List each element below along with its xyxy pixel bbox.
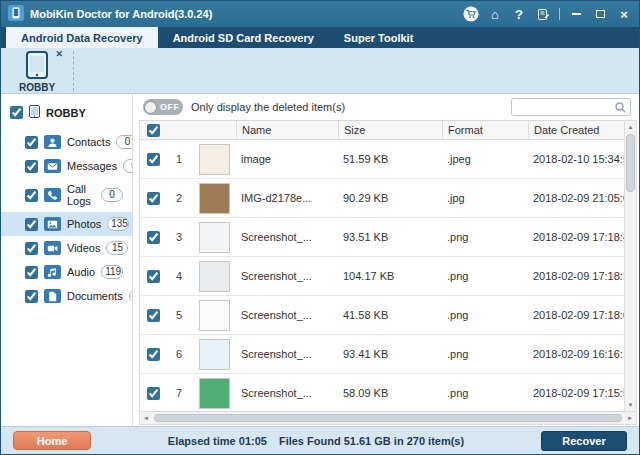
row-index: 6 [166,348,192,360]
table-row[interactable]: 7 Screenshot_... 58.09 KB .png 2018-02-0… [140,374,624,411]
file-name: image [236,153,338,165]
content-area: OFF Only display the deleted item(s) [133,94,639,426]
messages-checkbox[interactable] [25,160,38,173]
register-icon[interactable] [535,6,551,22]
sidebar-item-messages[interactable]: Messages 0 [1,154,132,178]
videos-checkbox[interactable] [25,242,38,255]
sidebar-item-contacts[interactable]: Contacts 0 [1,130,132,154]
photos-checkbox[interactable] [25,218,38,231]
status-text: Elapsed time 01:05 Files Found 51.61 GB … [91,435,541,447]
sidebar-device-name: ROBBY [46,107,86,119]
row-checkbox[interactable] [147,387,160,400]
tab-android-data-recovery[interactable]: Android Data Recovery [6,27,158,48]
count-badge: 0 [123,159,133,173]
scroll-right-icon[interactable]: ► [624,412,636,424]
search-input[interactable] [511,98,631,116]
file-size: 51.59 KB [338,153,442,165]
file-format: .png [442,387,528,399]
row-checkbox[interactable] [147,231,160,244]
row-index: 1 [166,153,192,165]
column-header-format[interactable]: Format [442,121,528,139]
sidebar-item-audio[interactable]: Audio 119 [1,260,132,284]
file-name: IMG-d2178e... [236,192,338,204]
file-format: .jpeg [442,153,528,165]
column-header-name[interactable]: Name [236,121,338,139]
audio-icon [44,265,61,279]
table-row[interactable]: 6 Screenshot_... 93.41 KB .png 2018-02-0… [140,335,624,374]
file-size: 93.41 KB [338,348,442,360]
scroll-left-icon[interactable]: ◄ [140,412,152,424]
file-format: .png [442,270,528,282]
photo-thumbnail [199,183,230,214]
recover-button[interactable]: Recover [541,431,627,451]
column-header-size[interactable]: Size [338,121,442,139]
horizontal-scroll-thumb[interactable] [154,414,622,422]
minimize-button[interactable] [568,6,584,22]
horizontal-scrollbar[interactable]: ◄ ► [139,412,637,425]
file-size: 104.17 KB [338,270,442,282]
photo-thumbnail [199,261,230,292]
select-all-checkbox[interactable] [147,124,160,137]
table-row[interactable]: 1 image 51.59 KB .jpeg 2018-02-10 15:34:… [140,140,624,179]
table-body: 1 image 51.59 KB .jpeg 2018-02-10 15:34:… [140,140,624,411]
home-button[interactable]: Home [13,431,91,450]
row-checkbox[interactable] [147,153,160,166]
row-checkbox[interactable] [147,309,160,322]
photo-thumbnail [199,144,230,175]
messages-icon [44,159,61,173]
sidebar-item-call-logs[interactable]: Call Logs 0 [1,178,132,212]
row-index: 2 [166,192,192,204]
file-size: 58.09 KB [338,387,442,399]
files-found: Files Found 51.61 GB in 270 item(s) [279,435,464,447]
home-icon[interactable]: ⌂ [487,6,503,22]
file-size: 41.58 KB [338,309,442,321]
file-name: Screenshot_... [236,231,338,243]
scroll-up-icon[interactable]: ▲ [625,121,636,133]
search-icon[interactable] [614,101,627,116]
contacts-checkbox[interactable] [25,136,38,149]
count-badge: 119 [101,265,123,279]
row-checkbox[interactable] [147,348,160,361]
row-checkbox[interactable] [147,270,160,283]
device-checkbox[interactable] [10,106,23,119]
help-icon[interactable]: ? [511,6,527,22]
count-badge: 0 [101,188,123,202]
device-close-icon[interactable]: ✕ [55,50,63,59]
vertical-scrollbar[interactable]: ▲ ▼ [624,120,637,412]
column-header-date[interactable]: Date Created [528,121,624,139]
sidebar-item-label: Call Logs [67,183,95,207]
device-card[interactable]: ✕ ROBBY [11,51,63,91]
vertical-scroll-thumb[interactable] [626,134,635,192]
row-checkbox[interactable] [147,192,160,205]
scroll-down-icon[interactable]: ▼ [625,399,636,411]
sidebar-item-photos[interactable]: Photos 135 [1,212,132,236]
row-index: 7 [166,387,192,399]
cart-icon[interactable] [463,6,479,22]
toggle-knob [144,101,157,114]
deleted-only-toggle[interactable]: OFF [143,99,183,115]
footer-bar: Home Elapsed time 01:05 Files Found 51.6… [1,426,639,454]
photo-thumbnail [199,222,230,253]
file-name: Screenshot_... [236,348,338,360]
table-row[interactable]: 5 Screenshot_... 41.58 KB .png 2018-02-0… [140,296,624,335]
elapsed-time: Elapsed time 01:05 [168,435,267,447]
documents-checkbox[interactable] [25,290,38,303]
file-date: 2018-02-09 17:15:57 [528,387,624,399]
documents-icon [44,289,61,303]
call-logs-checkbox[interactable] [25,189,38,202]
table-row[interactable]: 2 IMG-d2178e... 90.29 KB .jpg 2018-02-09… [140,179,624,218]
sidebar-item-videos[interactable]: Videos 15 [1,236,132,260]
file-date: 2018-02-09 21:05:09 [528,192,624,204]
sidebar-item-documents[interactable]: Documents 1 [1,284,132,308]
table-row[interactable]: 4 Screenshot_... 104.17 KB .png 2018-02-… [140,257,624,296]
tab-android-sd-card-recovery[interactable]: Android SD Card Recovery [158,27,329,48]
tab-super-toolkit[interactable]: Super Toolkit [329,27,428,48]
maximize-button[interactable] [592,6,608,22]
table-row[interactable]: 3 Screenshot_... 93.51 KB .png 2018-02-0… [140,218,624,257]
phone-icon [26,51,48,81]
close-button[interactable]: × [616,6,632,22]
toggle-label: OFF [160,102,180,112]
audio-checkbox[interactable] [25,266,38,279]
sidebar-item-label: Contacts [67,136,110,148]
contacts-icon [44,135,61,149]
